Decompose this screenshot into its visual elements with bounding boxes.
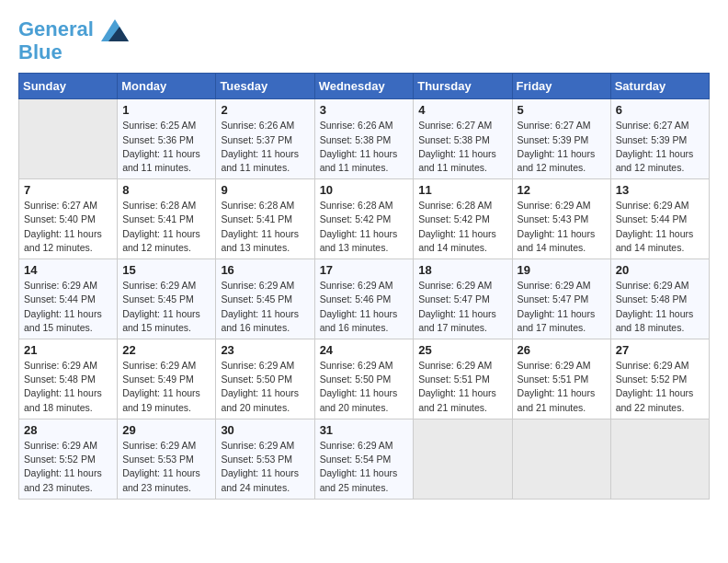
calendar-cell: 21Sunrise: 6:29 AMSunset: 5:48 PMDayligh… [19,339,118,419]
day-number: 1 [122,103,210,117]
page-header: General Blue [18,18,710,63]
header-saturday: Saturday [610,74,709,99]
day-info: Sunrise: 6:28 AMSunset: 5:41 PMDaylight:… [221,199,309,255]
calendar-cell: 14Sunrise: 6:29 AMSunset: 5:44 PMDayligh… [19,259,118,339]
day-info: Sunrise: 6:25 AMSunset: 5:36 PMDaylight:… [122,119,210,175]
calendar-cell: 28Sunrise: 6:29 AMSunset: 5:52 PMDayligh… [19,419,118,499]
calendar-header-row: SundayMondayTuesdayWednesdayThursdayFrid… [19,74,710,99]
logo: General Blue [18,18,129,63]
day-info: Sunrise: 6:29 AMSunset: 5:43 PMDaylight:… [518,199,606,255]
day-number: 4 [418,103,506,117]
day-info: Sunrise: 6:27 AMSunset: 5:39 PMDaylight:… [616,119,704,175]
day-info: Sunrise: 6:27 AMSunset: 5:40 PMDaylight:… [24,199,112,255]
calendar-cell: 12Sunrise: 6:29 AMSunset: 5:43 PMDayligh… [512,179,610,259]
day-number: 15 [122,263,210,277]
calendar-cell: 3Sunrise: 6:26 AMSunset: 5:38 PMDaylight… [314,99,414,179]
day-number: 25 [418,343,506,357]
calendar-cell: 26Sunrise: 6:29 AMSunset: 5:51 PMDayligh… [512,339,610,419]
calendar-cell: 30Sunrise: 6:29 AMSunset: 5:53 PMDayligh… [216,419,314,499]
day-info: Sunrise: 6:29 AMSunset: 5:50 PMDaylight:… [221,359,309,415]
calendar-cell: 4Sunrise: 6:27 AMSunset: 5:38 PMDaylight… [414,99,512,179]
calendar-table: SundayMondayTuesdayWednesdayThursdayFrid… [18,73,710,499]
day-info: Sunrise: 6:28 AMSunset: 5:41 PMDaylight:… [122,199,210,255]
calendar-cell [19,99,118,179]
day-number: 28 [24,423,112,437]
calendar-cell: 24Sunrise: 6:29 AMSunset: 5:50 PMDayligh… [314,339,414,419]
calendar-cell: 18Sunrise: 6:29 AMSunset: 5:47 PMDayligh… [414,259,512,339]
calendar-cell: 29Sunrise: 6:29 AMSunset: 5:53 PMDayligh… [118,419,216,499]
header-wednesday: Wednesday [314,74,414,99]
day-number: 18 [418,263,506,277]
day-info: Sunrise: 6:29 AMSunset: 5:47 PMDaylight:… [418,279,506,335]
day-info: Sunrise: 6:29 AMSunset: 5:45 PMDaylight:… [122,279,210,335]
day-info: Sunrise: 6:26 AMSunset: 5:38 PMDaylight:… [320,119,409,175]
header-sunday: Sunday [19,74,118,99]
header-monday: Monday [118,74,216,99]
day-number: 5 [518,103,606,117]
calendar-week-row: 28Sunrise: 6:29 AMSunset: 5:52 PMDayligh… [19,419,710,499]
day-info: Sunrise: 6:29 AMSunset: 5:52 PMDaylight:… [616,359,704,415]
day-number: 22 [122,343,210,357]
day-info: Sunrise: 6:27 AMSunset: 5:38 PMDaylight:… [418,119,506,175]
header-thursday: Thursday [414,74,512,99]
day-info: Sunrise: 6:29 AMSunset: 5:53 PMDaylight:… [122,439,210,495]
header-tuesday: Tuesday [216,74,314,99]
day-info: Sunrise: 6:29 AMSunset: 5:44 PMDaylight:… [616,199,704,255]
day-number: 2 [221,103,309,117]
calendar-cell [512,419,610,499]
calendar-week-row: 21Sunrise: 6:29 AMSunset: 5:48 PMDayligh… [19,339,710,419]
calendar-cell: 1Sunrise: 6:25 AMSunset: 5:36 PMDaylight… [118,99,216,179]
logo-text2: Blue [18,41,129,63]
day-number: 27 [616,343,704,357]
day-number: 23 [221,343,309,357]
day-number: 30 [221,423,309,437]
day-number: 12 [518,183,606,197]
day-info: Sunrise: 6:29 AMSunset: 5:47 PMDaylight:… [518,279,606,335]
calendar-week-row: 14Sunrise: 6:29 AMSunset: 5:44 PMDayligh… [19,259,710,339]
calendar-cell: 23Sunrise: 6:29 AMSunset: 5:50 PMDayligh… [216,339,314,419]
calendar-cell: 8Sunrise: 6:28 AMSunset: 5:41 PMDaylight… [118,179,216,259]
calendar-cell: 6Sunrise: 6:27 AMSunset: 5:39 PMDaylight… [610,99,709,179]
day-number: 29 [122,423,210,437]
calendar-cell: 16Sunrise: 6:29 AMSunset: 5:45 PMDayligh… [216,259,314,339]
day-number: 3 [320,103,409,117]
day-number: 16 [221,263,309,277]
calendar-cell: 13Sunrise: 6:29 AMSunset: 5:44 PMDayligh… [610,179,709,259]
day-number: 6 [616,103,704,117]
day-info: Sunrise: 6:29 AMSunset: 5:50 PMDaylight:… [320,359,409,415]
day-info: Sunrise: 6:29 AMSunset: 5:53 PMDaylight:… [221,439,309,495]
calendar-cell: 19Sunrise: 6:29 AMSunset: 5:47 PMDayligh… [512,259,610,339]
day-info: Sunrise: 6:29 AMSunset: 5:48 PMDaylight:… [616,279,704,335]
day-number: 24 [320,343,409,357]
day-info: Sunrise: 6:29 AMSunset: 5:51 PMDaylight:… [518,359,606,415]
day-info: Sunrise: 6:26 AMSunset: 5:37 PMDaylight:… [221,119,309,175]
calendar-cell: 20Sunrise: 6:29 AMSunset: 5:48 PMDayligh… [610,259,709,339]
calendar-week-row: 7Sunrise: 6:27 AMSunset: 5:40 PMDaylight… [19,179,710,259]
calendar-cell: 15Sunrise: 6:29 AMSunset: 5:45 PMDayligh… [118,259,216,339]
day-number: 17 [320,263,409,277]
calendar-cell: 2Sunrise: 6:26 AMSunset: 5:37 PMDaylight… [216,99,314,179]
calendar-cell: 10Sunrise: 6:28 AMSunset: 5:42 PMDayligh… [314,179,414,259]
day-info: Sunrise: 6:29 AMSunset: 5:46 PMDaylight:… [320,279,409,335]
day-info: Sunrise: 6:28 AMSunset: 5:42 PMDaylight:… [418,199,506,255]
calendar-cell: 7Sunrise: 6:27 AMSunset: 5:40 PMDaylight… [19,179,118,259]
day-number: 8 [122,183,210,197]
day-number: 20 [616,263,704,277]
calendar-cell: 9Sunrise: 6:28 AMSunset: 5:41 PMDaylight… [216,179,314,259]
calendar-cell: 5Sunrise: 6:27 AMSunset: 5:39 PMDaylight… [512,99,610,179]
day-number: 21 [24,343,112,357]
day-info: Sunrise: 6:29 AMSunset: 5:54 PMDaylight:… [320,439,409,495]
day-number: 13 [616,183,704,197]
calendar-cell [414,419,512,499]
day-number: 9 [221,183,309,197]
calendar-cell [610,419,709,499]
calendar-cell: 17Sunrise: 6:29 AMSunset: 5:46 PMDayligh… [314,259,414,339]
day-info: Sunrise: 6:29 AMSunset: 5:51 PMDaylight:… [418,359,506,415]
day-info: Sunrise: 6:29 AMSunset: 5:45 PMDaylight:… [221,279,309,335]
day-number: 11 [418,183,506,197]
day-number: 26 [518,343,606,357]
calendar-week-row: 1Sunrise: 6:25 AMSunset: 5:36 PMDaylight… [19,99,710,179]
day-info: Sunrise: 6:29 AMSunset: 5:48 PMDaylight:… [24,359,112,415]
day-number: 19 [518,263,606,277]
calendar-cell: 11Sunrise: 6:28 AMSunset: 5:42 PMDayligh… [414,179,512,259]
